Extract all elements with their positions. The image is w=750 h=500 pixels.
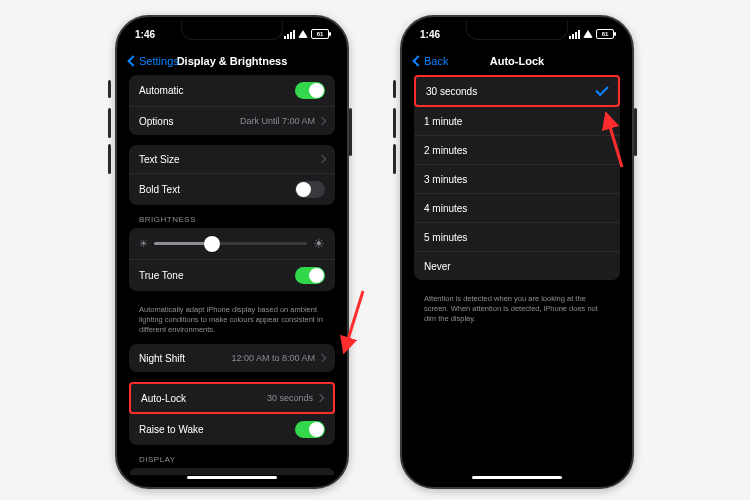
signal-icon: [284, 30, 295, 39]
notch: [466, 21, 568, 40]
row-auto-lock[interactable]: Auto-Lock 30 seconds: [129, 382, 335, 414]
row-bold-text[interactable]: Bold Text: [129, 174, 335, 205]
chevron-right-icon: [318, 155, 326, 163]
volume-up-button: [108, 108, 111, 138]
home-indicator[interactable]: [187, 476, 277, 479]
group-text: Text Size Bold Text: [129, 145, 335, 205]
row-display-zoom[interactable]: Display Zoom Default: [129, 468, 335, 475]
footer-autolock: Attention is detected when you are looki…: [414, 290, 620, 323]
header-brightness: BRIGHTNESS: [129, 215, 335, 228]
nav-back-button[interactable]: Back: [414, 55, 448, 67]
slider-thumb[interactable]: [204, 236, 220, 252]
option-label: 3 minutes: [424, 174, 467, 185]
chevron-left-icon: [412, 55, 423, 66]
group-autolock-options: 30 seconds1 minute2 minutes3 minutes4 mi…: [414, 75, 620, 280]
autolock-option[interactable]: Never: [414, 252, 620, 280]
row-text-size[interactable]: Text Size: [129, 145, 335, 174]
sun-min-icon: ☀: [139, 238, 148, 249]
option-label: 5 minutes: [424, 232, 467, 243]
power-button: [634, 108, 637, 156]
status-time: 1:46: [420, 29, 440, 40]
battery-icon: 61: [596, 29, 614, 39]
chevron-right-icon: [318, 117, 326, 125]
phone-display-brightness: 1:46 61 Settings Display & Brightness Au…: [115, 15, 349, 489]
phone-auto-lock: 1:46 61 Back Auto-Lock 30 seconds1 minut…: [400, 15, 634, 489]
option-label: 30 seconds: [426, 86, 477, 97]
option-label: 1 minute: [424, 116, 462, 127]
volume-up-button: [393, 108, 396, 138]
nav-back-button[interactable]: Settings: [129, 55, 179, 67]
group-appearance: Automatic Options Dark Until 7:00 AM: [129, 75, 335, 135]
volume-down-button: [393, 144, 396, 174]
chevron-right-icon: [316, 394, 324, 402]
annotation-arrow: [602, 115, 632, 177]
group-lock: Auto-Lock 30 seconds Raise to Wake: [129, 382, 335, 445]
nav-back-label: Back: [424, 55, 448, 67]
page-title: Auto-Lock: [490, 55, 544, 67]
nav-bar: Back Auto-Lock: [406, 47, 628, 75]
nav-bar: Settings Display & Brightness: [121, 47, 343, 75]
group-night-shift: Night Shift 12:00 AM to 8:00 AM: [129, 344, 335, 372]
page-title: Display & Brightness: [177, 55, 288, 67]
autolock-option[interactable]: 2 minutes: [414, 136, 620, 165]
toggle-bold-text[interactable]: [295, 181, 325, 198]
chevron-left-icon: [127, 55, 138, 66]
header-display: DISPLAY: [129, 455, 335, 468]
autolock-option[interactable]: 5 minutes: [414, 223, 620, 252]
brightness-slider[interactable]: [154, 242, 307, 245]
sun-max-icon: ☀: [313, 236, 325, 251]
row-options[interactable]: Options Dark Until 7:00 AM: [129, 107, 335, 135]
footer-true-tone: Automatically adapt iPhone display based…: [129, 301, 335, 334]
battery-icon: 61: [311, 29, 329, 39]
row-brightness-slider[interactable]: ☀ ☀: [129, 228, 335, 260]
chevron-right-icon: [318, 354, 326, 362]
notch: [181, 21, 283, 40]
volume-down-button: [108, 144, 111, 174]
autolock-option[interactable]: 1 minute: [414, 107, 620, 136]
annotation-arrow: [341, 288, 371, 360]
autolock-option[interactable]: 3 minutes: [414, 165, 620, 194]
option-label: 4 minutes: [424, 203, 467, 214]
option-label: Never: [424, 261, 451, 272]
signal-icon: [569, 30, 580, 39]
row-night-shift[interactable]: Night Shift 12:00 AM to 8:00 AM: [129, 344, 335, 372]
wifi-icon: [583, 30, 593, 38]
wifi-icon: [298, 30, 308, 38]
mute-switch: [108, 80, 111, 98]
power-button: [349, 108, 352, 156]
nav-back-label: Settings: [139, 55, 179, 67]
autolock-option[interactable]: 30 seconds: [414, 75, 620, 107]
group-display: Display Zoom Default: [129, 468, 335, 475]
option-label: 2 minutes: [424, 145, 467, 156]
toggle-automatic[interactable]: [295, 82, 325, 99]
toggle-true-tone[interactable]: [295, 267, 325, 284]
row-true-tone[interactable]: True Tone: [129, 260, 335, 291]
toggle-raise-to-wake[interactable]: [295, 421, 325, 438]
check-icon: [595, 83, 608, 96]
home-indicator[interactable]: [472, 476, 562, 479]
mute-switch: [393, 80, 396, 98]
group-brightness: ☀ ☀ True Tone: [129, 228, 335, 291]
row-automatic[interactable]: Automatic: [129, 75, 335, 107]
status-time: 1:46: [135, 29, 155, 40]
row-raise-to-wake[interactable]: Raise to Wake: [129, 414, 335, 445]
autolock-option[interactable]: 4 minutes: [414, 194, 620, 223]
